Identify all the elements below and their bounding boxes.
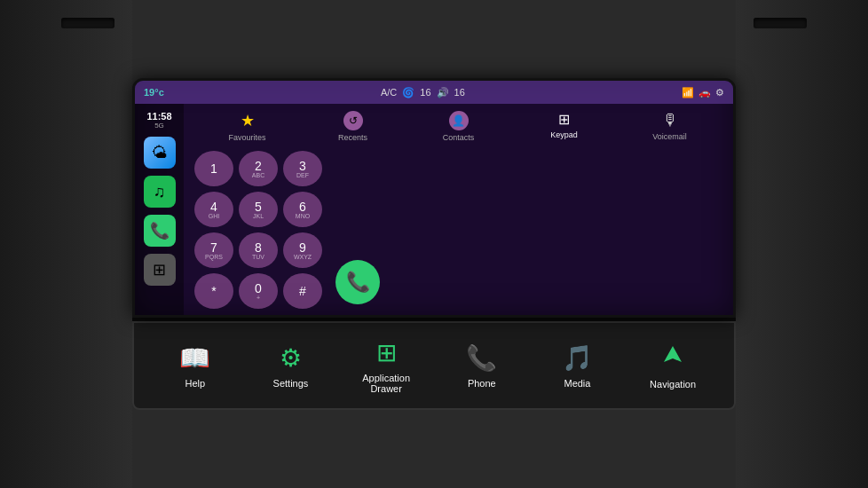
time-display: 11:58 5G bbox=[146, 111, 171, 130]
tab-recents[interactable]: ↺ Recents bbox=[327, 111, 380, 142]
key-2[interactable]: 2ABC bbox=[239, 151, 278, 186]
sidebar-app-spotify[interactable]: ♫ bbox=[144, 176, 176, 208]
clock: 11:58 bbox=[146, 111, 171, 122]
ac-display: A/C bbox=[381, 87, 397, 98]
media-label: Media bbox=[564, 378, 590, 389]
infotainment-screen: 19°c A/C 🌀 16 🔊 16 📶 🚗 ⚙ 11:58 5G bbox=[132, 78, 736, 318]
key-4[interactable]: 4GHI bbox=[194, 192, 233, 227]
ctrl-navigation[interactable]: Navigation bbox=[637, 342, 708, 390]
air-vent-right bbox=[754, 18, 807, 28]
recents-label: Recents bbox=[338, 133, 367, 142]
key-hash[interactable]: # bbox=[283, 273, 322, 309]
temperature-display: 19°c bbox=[144, 87, 164, 98]
key-7[interactable]: 7PQRS bbox=[194, 232, 233, 268]
volume-icon: 🔊 bbox=[437, 87, 449, 98]
settings-small-icon: ⚙ bbox=[715, 87, 724, 98]
status-bar: 19°c A/C 🌀 16 🔊 16 📶 🚗 ⚙ bbox=[135, 81, 733, 104]
fan-speed-display: 16 bbox=[420, 87, 430, 98]
key-9[interactable]: 9WXYZ bbox=[283, 232, 322, 268]
recents-icon: ↺ bbox=[343, 111, 363, 130]
tab-favourites[interactable]: ★ Favourites bbox=[221, 111, 274, 142]
fan-speed-icon: 🌀 bbox=[402, 87, 414, 98]
phone-main: ★ Favourites ↺ Recents 👤 Contacts ⊞ Keyp… bbox=[184, 104, 733, 315]
contacts-icon: 👤 bbox=[449, 111, 469, 130]
ctrl-settings[interactable]: ⚙ Settings bbox=[255, 343, 326, 389]
signal-strength: 5G bbox=[146, 122, 171, 130]
help-label: Help bbox=[185, 378, 206, 389]
navigation-label: Navigation bbox=[650, 379, 696, 390]
ctrl-app-drawer[interactable]: ⊞ ApplicationDrawer bbox=[351, 338, 422, 394]
keypad-label: Keypad bbox=[550, 130, 578, 139]
ctrl-help[interactable]: 📖 Help bbox=[160, 343, 231, 389]
navigation-icon bbox=[660, 342, 685, 374]
phone-ctrl-icon: 📞 bbox=[466, 343, 497, 373]
keypad-grid: 1 2ABC 3DEF 4GHI 5JKL 6MNO 7PQRS 8TUV 9W… bbox=[194, 151, 322, 309]
voicemail-label: Voicemail bbox=[652, 132, 687, 141]
sidebar: 11:58 5G 🌤 ♫ 📞 ⊞ bbox=[135, 104, 184, 315]
carplay-icon: 🚗 bbox=[698, 87, 711, 98]
control-bar: 📖 Help ⚙ Settings ⊞ ApplicationDrawer 📞 … bbox=[132, 321, 736, 410]
phone-tabs: ★ Favourites ↺ Recents 👤 Contacts ⊞ Keyp… bbox=[194, 111, 722, 142]
key-3[interactable]: 3DEF bbox=[283, 151, 322, 186]
key-5[interactable]: 5JKL bbox=[239, 192, 278, 227]
key-1[interactable]: 1 bbox=[194, 151, 233, 186]
wifi-icon: 📶 bbox=[682, 87, 694, 98]
key-6[interactable]: 6MNO bbox=[283, 192, 322, 227]
sidebar-app-weather[interactable]: 🌤 bbox=[144, 137, 176, 169]
sidebar-app-phone[interactable]: 📞 bbox=[144, 215, 176, 247]
keypad-actions: 📞 bbox=[335, 151, 380, 309]
settings-icon: ⚙ bbox=[280, 343, 302, 373]
voicemail-icon: 🎙 bbox=[662, 111, 678, 130]
phone-ctrl-label: Phone bbox=[468, 378, 496, 389]
air-vent-left bbox=[61, 18, 114, 28]
screen-content: 11:58 5G 🌤 ♫ 📞 ⊞ ★ Favourites ↺ bbox=[135, 104, 733, 315]
call-button[interactable]: 📞 bbox=[335, 260, 380, 304]
tab-keypad[interactable]: ⊞ Keypad bbox=[538, 111, 591, 142]
keypad-icon: ⊞ bbox=[558, 111, 570, 128]
tab-voicemail[interactable]: 🎙 Voicemail bbox=[643, 111, 697, 142]
settings-label: Settings bbox=[273, 378, 309, 389]
key-8[interactable]: 8TUV bbox=[239, 232, 278, 268]
ctrl-media[interactable]: 🎵 Media bbox=[541, 343, 612, 389]
app-drawer-label: ApplicationDrawer bbox=[362, 373, 410, 394]
car-left-panel bbox=[0, 0, 132, 488]
favourites-label: Favourites bbox=[228, 133, 265, 142]
media-icon: 🎵 bbox=[562, 343, 593, 373]
key-star[interactable]: * bbox=[194, 273, 233, 309]
favourites-icon: ★ bbox=[241, 111, 255, 130]
contacts-label: Contacts bbox=[443, 133, 475, 142]
volume-display: 16 bbox=[454, 87, 465, 98]
keypad-container: 1 2ABC 3DEF 4GHI 5JKL 6MNO 7PQRS 8TUV 9W… bbox=[194, 151, 722, 309]
app-drawer-icon: ⊞ bbox=[376, 338, 397, 367]
tab-contacts[interactable]: 👤 Contacts bbox=[432, 111, 485, 142]
key-0[interactable]: 0+ bbox=[239, 273, 278, 309]
help-icon: 📖 bbox=[179, 343, 210, 373]
status-right-icons: 📶 🚗 ⚙ bbox=[682, 87, 724, 98]
status-center: A/C 🌀 16 🔊 16 bbox=[170, 87, 676, 98]
car-right-panel bbox=[736, 0, 868, 488]
sidebar-app-apps[interactable]: ⊞ bbox=[144, 254, 176, 286]
screen-container: 19°c A/C 🌀 16 🔊 16 📶 🚗 ⚙ 11:58 5G bbox=[132, 78, 736, 410]
ctrl-phone[interactable]: 📞 Phone bbox=[446, 343, 517, 389]
